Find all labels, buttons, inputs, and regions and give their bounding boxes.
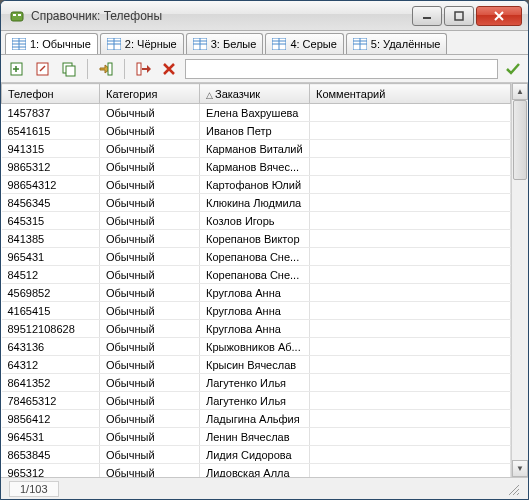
cell-phone: 8653845	[2, 446, 100, 464]
svg-rect-1	[13, 14, 16, 16]
cell-comment	[310, 140, 511, 158]
cell-customer: Круглова Анна	[200, 284, 310, 302]
cell-customer: Иванов Петр	[200, 122, 310, 140]
table-row[interactable]: 84512ОбычныйКорепанова Сне...	[2, 266, 511, 284]
table-row[interactable]: 941315ОбычныйКарманов Виталий	[2, 140, 511, 158]
cell-customer: Корепанова Сне...	[200, 248, 310, 266]
table-row[interactable]: 643136ОбычныйКрыжовников Аб...	[2, 338, 511, 356]
close-button[interactable]	[476, 6, 522, 26]
table-row[interactable]: 965431ОбычныйКорепанова Сне...	[2, 248, 511, 266]
app-icon	[9, 8, 25, 24]
table-icon	[353, 38, 367, 50]
cell-phone: 1457837	[2, 104, 100, 122]
table-row[interactable]: 1457837ОбычныйЕлена Вахрушева	[2, 104, 511, 122]
table-row[interactable]: 964531ОбычныйЛенин Вячеслав	[2, 428, 511, 446]
cell-phone: 645315	[2, 212, 100, 230]
table-row[interactable]: 4165415ОбычныйКруглова Анна	[2, 302, 511, 320]
cell-category: Обычный	[100, 374, 200, 392]
cell-comment	[310, 104, 511, 122]
import-button[interactable]	[96, 59, 116, 79]
cell-customer: Карманов Виталий	[200, 140, 310, 158]
cell-phone: 89512108628	[2, 320, 100, 338]
edit-button[interactable]	[33, 59, 53, 79]
app-window: Справочник: Телефоны 1: Обычные 2: Чёрны…	[0, 0, 529, 500]
table-row[interactable]: 78465312ОбычныйЛагутенко Илья	[2, 392, 511, 410]
tab-label: 1: Обычные	[30, 38, 91, 50]
col-phone[interactable]: Телефон	[2, 84, 100, 104]
cell-phone: 9856412	[2, 410, 100, 428]
table-row[interactable]: 64312ОбычныйКрысин Вячеслав	[2, 356, 511, 374]
cell-phone: 8641352	[2, 374, 100, 392]
table-row[interactable]: 8456345ОбычныйКлюкина Людмила	[2, 194, 511, 212]
cell-category: Обычный	[100, 410, 200, 428]
table-row[interactable]: 9865312ОбычныйКарманов Вячес...	[2, 158, 511, 176]
cell-phone: 964531	[2, 428, 100, 446]
tab-label: 4: Серые	[290, 38, 336, 50]
data-grid: Телефон Категория △Заказчик Комментарий …	[1, 83, 511, 477]
cell-category: Обычный	[100, 230, 200, 248]
tab-label: 2: Чёрные	[125, 38, 177, 50]
table-row[interactable]: 6541615ОбычныйИванов Петр	[2, 122, 511, 140]
table-row[interactable]: 89512108628ОбычныйКруглова Анна	[2, 320, 511, 338]
table-row[interactable]: 841385ОбычныйКорепанов Виктор	[2, 230, 511, 248]
tab-label: 5: Удалённые	[371, 38, 441, 50]
cell-category: Обычный	[100, 140, 200, 158]
cell-phone: 9865312	[2, 158, 100, 176]
titlebar: Справочник: Телефоны	[1, 1, 528, 31]
table-row[interactable]: 9856412ОбычныйЛадыгина Альфия	[2, 410, 511, 428]
scroll-up-button[interactable]: ▲	[512, 83, 528, 100]
window-title: Справочник: Телефоны	[31, 9, 410, 23]
svg-rect-0	[11, 12, 23, 21]
export-button[interactable]	[133, 59, 153, 79]
add-button[interactable]	[7, 59, 27, 79]
resize-grip-icon[interactable]	[506, 482, 520, 496]
tab-deleted[interactable]: 5: Удалённые	[346, 33, 448, 54]
tab-white[interactable]: 3: Белые	[186, 33, 264, 54]
tab-normal[interactable]: 1: Обычные	[5, 33, 98, 54]
tab-black[interactable]: 2: Чёрные	[100, 33, 184, 54]
cell-comment	[310, 302, 511, 320]
table-row[interactable]: 645315ОбычныйКозлов Игорь	[2, 212, 511, 230]
cell-customer: Лагутенко Илья	[200, 392, 310, 410]
table-row[interactable]: 98654312ОбычныйКартофанов Юлий	[2, 176, 511, 194]
apply-button[interactable]	[504, 60, 522, 78]
table-row[interactable]: 4569852ОбычныйКруглова Анна	[2, 284, 511, 302]
cell-category: Обычный	[100, 392, 200, 410]
table-row[interactable]: 965312ОбычныйЛидовская Алла	[2, 464, 511, 478]
cell-phone: 965312	[2, 464, 100, 478]
separator	[124, 59, 125, 79]
cell-comment	[310, 176, 511, 194]
record-position: 1/103	[9, 481, 59, 497]
cell-customer: Корепанова Сне...	[200, 266, 310, 284]
delete-button[interactable]	[159, 59, 179, 79]
minimize-button[interactable]	[412, 6, 442, 26]
scroll-track[interactable]	[512, 100, 528, 460]
search-input[interactable]	[185, 59, 498, 79]
col-comment[interactable]: Комментарий	[310, 84, 511, 104]
cell-comment	[310, 356, 511, 374]
cell-comment	[310, 446, 511, 464]
cell-comment	[310, 212, 511, 230]
col-category[interactable]: Категория	[100, 84, 200, 104]
table-row[interactable]: 8653845ОбычныйЛидия Сидорова	[2, 446, 511, 464]
cell-customer: Корепанов Виктор	[200, 230, 310, 248]
cell-phone: 84512	[2, 266, 100, 284]
scroll-down-button[interactable]: ▼	[512, 460, 528, 477]
cell-comment	[310, 158, 511, 176]
cell-category: Обычный	[100, 302, 200, 320]
cell-comment	[310, 392, 511, 410]
cell-category: Обычный	[100, 356, 200, 374]
col-customer[interactable]: △Заказчик	[200, 84, 310, 104]
maximize-button[interactable]	[444, 6, 474, 26]
svg-rect-30	[108, 63, 112, 75]
table-row[interactable]: 8641352ОбычныйЛагутенко Илья	[2, 374, 511, 392]
copy-button[interactable]	[59, 59, 79, 79]
tab-gray[interactable]: 4: Серые	[265, 33, 343, 54]
cell-customer: Крысин Вячеслав	[200, 356, 310, 374]
separator	[87, 59, 88, 79]
cell-comment	[310, 266, 511, 284]
cell-phone: 98654312	[2, 176, 100, 194]
svg-rect-31	[137, 63, 141, 75]
cell-comment	[310, 410, 511, 428]
scroll-thumb[interactable]	[513, 100, 527, 180]
